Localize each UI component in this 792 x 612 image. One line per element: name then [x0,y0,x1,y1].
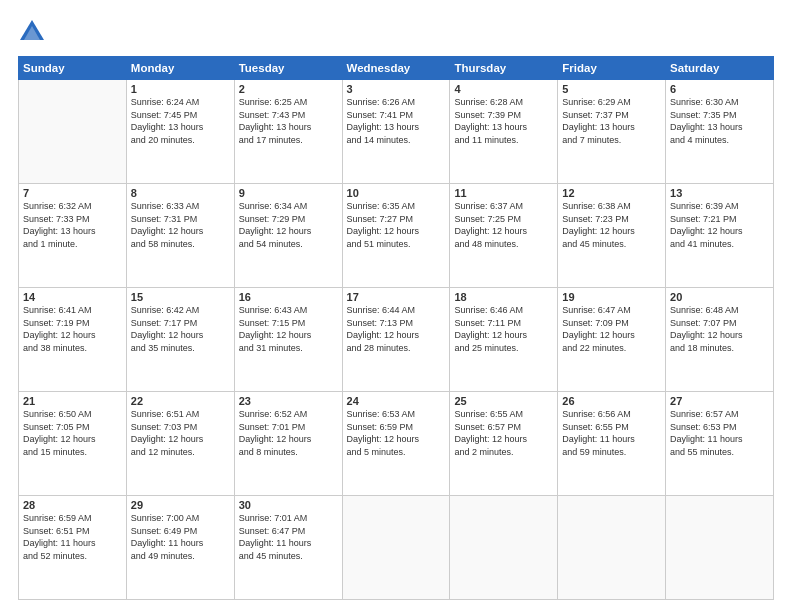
day-number: 28 [23,499,122,511]
calendar-weekday-thursday: Thursday [450,57,558,80]
day-number: 14 [23,291,122,303]
day-info: Sunrise: 6:44 AM Sunset: 7:13 PM Dayligh… [347,304,446,354]
day-info: Sunrise: 6:37 AM Sunset: 7:25 PM Dayligh… [454,200,553,250]
day-info: Sunrise: 6:41 AM Sunset: 7:19 PM Dayligh… [23,304,122,354]
page: SundayMondayTuesdayWednesdayThursdayFrid… [0,0,792,612]
calendar-cell: 23Sunrise: 6:52 AM Sunset: 7:01 PM Dayli… [234,392,342,496]
header [18,18,774,46]
day-number: 1 [131,83,230,95]
day-number: 12 [562,187,661,199]
day-info: Sunrise: 6:48 AM Sunset: 7:07 PM Dayligh… [670,304,769,354]
day-number: 19 [562,291,661,303]
day-info: Sunrise: 6:53 AM Sunset: 6:59 PM Dayligh… [347,408,446,458]
calendar-cell [450,496,558,600]
calendar-cell: 28Sunrise: 6:59 AM Sunset: 6:51 PM Dayli… [19,496,127,600]
day-number: 23 [239,395,338,407]
day-info: Sunrise: 6:56 AM Sunset: 6:55 PM Dayligh… [562,408,661,458]
day-number: 29 [131,499,230,511]
day-number: 13 [670,187,769,199]
day-info: Sunrise: 6:42 AM Sunset: 7:17 PM Dayligh… [131,304,230,354]
day-info: Sunrise: 6:33 AM Sunset: 7:31 PM Dayligh… [131,200,230,250]
calendar-cell: 27Sunrise: 6:57 AM Sunset: 6:53 PM Dayli… [666,392,774,496]
calendar-table: SundayMondayTuesdayWednesdayThursdayFrid… [18,56,774,600]
calendar-cell: 30Sunrise: 7:01 AM Sunset: 6:47 PM Dayli… [234,496,342,600]
day-number: 25 [454,395,553,407]
calendar-week-row: 1Sunrise: 6:24 AM Sunset: 7:45 PM Daylig… [19,80,774,184]
day-info: Sunrise: 6:38 AM Sunset: 7:23 PM Dayligh… [562,200,661,250]
day-number: 9 [239,187,338,199]
calendar-cell: 22Sunrise: 6:51 AM Sunset: 7:03 PM Dayli… [126,392,234,496]
day-info: Sunrise: 6:29 AM Sunset: 7:37 PM Dayligh… [562,96,661,146]
calendar-cell: 8Sunrise: 6:33 AM Sunset: 7:31 PM Daylig… [126,184,234,288]
calendar-cell: 18Sunrise: 6:46 AM Sunset: 7:11 PM Dayli… [450,288,558,392]
calendar-week-row: 7Sunrise: 6:32 AM Sunset: 7:33 PM Daylig… [19,184,774,288]
day-info: Sunrise: 6:35 AM Sunset: 7:27 PM Dayligh… [347,200,446,250]
calendar-header-row: SundayMondayTuesdayWednesdayThursdayFrid… [19,57,774,80]
day-number: 17 [347,291,446,303]
calendar-weekday-monday: Monday [126,57,234,80]
day-number: 6 [670,83,769,95]
day-number: 11 [454,187,553,199]
calendar-cell: 12Sunrise: 6:38 AM Sunset: 7:23 PM Dayli… [558,184,666,288]
calendar-cell: 13Sunrise: 6:39 AM Sunset: 7:21 PM Dayli… [666,184,774,288]
calendar-cell [342,496,450,600]
calendar-cell: 6Sunrise: 6:30 AM Sunset: 7:35 PM Daylig… [666,80,774,184]
day-info: Sunrise: 7:01 AM Sunset: 6:47 PM Dayligh… [239,512,338,562]
day-number: 2 [239,83,338,95]
day-number: 21 [23,395,122,407]
calendar-weekday-sunday: Sunday [19,57,127,80]
day-number: 5 [562,83,661,95]
day-info: Sunrise: 6:50 AM Sunset: 7:05 PM Dayligh… [23,408,122,458]
day-number: 26 [562,395,661,407]
day-info: Sunrise: 6:55 AM Sunset: 6:57 PM Dayligh… [454,408,553,458]
day-number: 10 [347,187,446,199]
day-info: Sunrise: 6:32 AM Sunset: 7:33 PM Dayligh… [23,200,122,250]
calendar-cell [666,496,774,600]
calendar-cell: 2Sunrise: 6:25 AM Sunset: 7:43 PM Daylig… [234,80,342,184]
calendar-weekday-wednesday: Wednesday [342,57,450,80]
calendar-cell: 10Sunrise: 6:35 AM Sunset: 7:27 PM Dayli… [342,184,450,288]
day-info: Sunrise: 6:43 AM Sunset: 7:15 PM Dayligh… [239,304,338,354]
calendar-cell: 3Sunrise: 6:26 AM Sunset: 7:41 PM Daylig… [342,80,450,184]
calendar-cell: 11Sunrise: 6:37 AM Sunset: 7:25 PM Dayli… [450,184,558,288]
calendar-cell: 7Sunrise: 6:32 AM Sunset: 7:33 PM Daylig… [19,184,127,288]
day-info: Sunrise: 6:59 AM Sunset: 6:51 PM Dayligh… [23,512,122,562]
day-info: Sunrise: 6:24 AM Sunset: 7:45 PM Dayligh… [131,96,230,146]
day-number: 8 [131,187,230,199]
day-info: Sunrise: 6:52 AM Sunset: 7:01 PM Dayligh… [239,408,338,458]
calendar-cell: 17Sunrise: 6:44 AM Sunset: 7:13 PM Dayli… [342,288,450,392]
calendar-cell: 25Sunrise: 6:55 AM Sunset: 6:57 PM Dayli… [450,392,558,496]
day-info: Sunrise: 6:57 AM Sunset: 6:53 PM Dayligh… [670,408,769,458]
day-number: 7 [23,187,122,199]
calendar-week-row: 28Sunrise: 6:59 AM Sunset: 6:51 PM Dayli… [19,496,774,600]
day-info: Sunrise: 6:25 AM Sunset: 7:43 PM Dayligh… [239,96,338,146]
day-number: 3 [347,83,446,95]
calendar-cell: 24Sunrise: 6:53 AM Sunset: 6:59 PM Dayli… [342,392,450,496]
calendar-cell: 4Sunrise: 6:28 AM Sunset: 7:39 PM Daylig… [450,80,558,184]
calendar-cell: 19Sunrise: 6:47 AM Sunset: 7:09 PM Dayli… [558,288,666,392]
calendar-weekday-tuesday: Tuesday [234,57,342,80]
day-number: 18 [454,291,553,303]
day-number: 22 [131,395,230,407]
calendar-week-row: 21Sunrise: 6:50 AM Sunset: 7:05 PM Dayli… [19,392,774,496]
calendar-cell: 5Sunrise: 6:29 AM Sunset: 7:37 PM Daylig… [558,80,666,184]
calendar-weekday-friday: Friday [558,57,666,80]
day-number: 30 [239,499,338,511]
calendar-cell: 21Sunrise: 6:50 AM Sunset: 7:05 PM Dayli… [19,392,127,496]
day-number: 27 [670,395,769,407]
calendar-cell: 29Sunrise: 7:00 AM Sunset: 6:49 PM Dayli… [126,496,234,600]
calendar-week-row: 14Sunrise: 6:41 AM Sunset: 7:19 PM Dayli… [19,288,774,392]
day-info: Sunrise: 6:30 AM Sunset: 7:35 PM Dayligh… [670,96,769,146]
calendar-cell: 26Sunrise: 6:56 AM Sunset: 6:55 PM Dayli… [558,392,666,496]
day-info: Sunrise: 6:46 AM Sunset: 7:11 PM Dayligh… [454,304,553,354]
logo [18,18,50,46]
calendar-cell [19,80,127,184]
day-number: 4 [454,83,553,95]
logo-icon [18,18,46,46]
day-info: Sunrise: 6:51 AM Sunset: 7:03 PM Dayligh… [131,408,230,458]
day-info: Sunrise: 6:47 AM Sunset: 7:09 PM Dayligh… [562,304,661,354]
day-number: 16 [239,291,338,303]
calendar-cell: 9Sunrise: 6:34 AM Sunset: 7:29 PM Daylig… [234,184,342,288]
calendar-cell: 16Sunrise: 6:43 AM Sunset: 7:15 PM Dayli… [234,288,342,392]
calendar-cell: 1Sunrise: 6:24 AM Sunset: 7:45 PM Daylig… [126,80,234,184]
